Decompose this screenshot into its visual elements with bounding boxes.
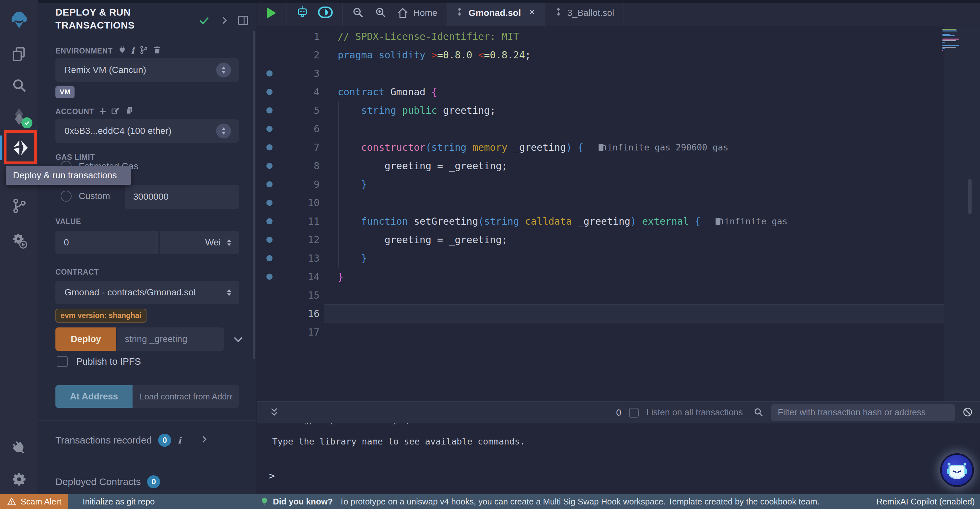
ai-toggle-group	[286, 0, 342, 26]
custom-gas-radio-row[interactable]: Custom	[60, 191, 110, 202]
line-number[interactable]: 13	[257, 252, 320, 264]
line-number[interactable]: 11	[257, 215, 320, 227]
tab-home[interactable]: Home	[397, 7, 438, 19]
at-address-button[interactable]: At Address	[56, 385, 132, 408]
code-line-9[interactable]: 9 }	[257, 175, 980, 193]
listen-all-checkbox[interactable]	[629, 408, 639, 418]
terminal-prompt[interactable]: >	[269, 470, 275, 482]
close-tab-icon[interactable]	[528, 8, 536, 18]
line-number[interactable]: 8	[257, 160, 320, 171]
transactions-recorded-row: Transactions recorded 0 i	[56, 434, 209, 447]
zoom-home-group: Home	[342, 0, 447, 26]
remixai-assistant-button[interactable]	[940, 453, 974, 487]
code-line-14[interactable]: 14}	[257, 268, 980, 286]
plugin-manager-icon[interactable]	[11, 440, 27, 456]
at-address-input[interactable]	[133, 385, 239, 408]
highlight-red-box	[4, 130, 37, 164]
code-line-16[interactable]: 16	[257, 305, 980, 323]
panel-layout-icon[interactable]	[237, 14, 249, 28]
tab-gmonad-sol[interactable]: Gmonad.sol	[447, 0, 546, 26]
custom-gas-input[interactable]	[125, 185, 239, 209]
clear-console-ban-icon[interactable]	[963, 407, 973, 418]
line-number[interactable]: 15	[257, 289, 320, 301]
code-line-12[interactable]: 12 greeting = _greeting;	[257, 230, 980, 249]
transactions-expand-chevron-icon[interactable]	[199, 434, 209, 447]
code-line-3[interactable]: 3	[257, 64, 980, 83]
code-line-5[interactable]: 5 string public greeting;	[257, 101, 980, 120]
connect-plug-icon[interactable]	[118, 46, 126, 56]
fork-state-icon[interactable]	[139, 45, 148, 56]
git-icon[interactable]	[11, 198, 27, 214]
code-line-17[interactable]: 17	[257, 323, 980, 341]
panel-scrollbar[interactable]	[253, 31, 255, 359]
publish-ipfs-checkbox[interactable]	[57, 356, 68, 367]
line-number[interactable]: 6	[257, 123, 320, 134]
line-number[interactable]: 14	[257, 271, 320, 282]
line-number[interactable]: 12	[257, 234, 320, 246]
init-git-repo-button[interactable]: Initialize as git repo	[83, 494, 155, 509]
environment-select[interactable]: Remix VM (Cancun)	[56, 58, 239, 82]
copilot-status[interactable]: RemixAI Copilot (enabled)	[877, 494, 975, 509]
line-number[interactable]: 2	[257, 49, 320, 61]
remixai-robot-icon[interactable]	[296, 5, 309, 21]
file-explorer-icon[interactable]	[11, 46, 27, 62]
code-line-11[interactable]: 11 function setGreeting(string calldata …	[257, 212, 980, 230]
code-line-15[interactable]: 15	[257, 286, 980, 305]
code-line-1[interactable]: 1// SPDX-License-Identifier: MIT	[257, 27, 980, 46]
code-editor[interactable]: 1// SPDX-License-Identifier: MIT2pragma …	[257, 26, 980, 401]
custom-gas-radio[interactable]	[60, 191, 72, 202]
value-input[interactable]	[56, 231, 159, 254]
line-number[interactable]: 7	[257, 142, 320, 153]
account-select[interactable]: 0x5B3...eddC4 (100 ether)	[56, 119, 239, 143]
search-icon[interactable]	[11, 77, 27, 93]
line-number[interactable]: 9	[257, 179, 320, 190]
line-number[interactable]: 5	[257, 105, 320, 116]
line-number[interactable]: 10	[257, 197, 320, 209]
code-line-13[interactable]: 13 }	[257, 249, 980, 268]
code-line-4[interactable]: 4contract Gmonad {	[257, 83, 980, 101]
tip-title: Did you know?	[273, 497, 333, 507]
line-number[interactable]: 4	[257, 86, 320, 97]
panel-check-icon[interactable]	[198, 14, 210, 28]
code-line-10[interactable]: 10	[257, 193, 980, 212]
terminal-search-icon[interactable]	[753, 407, 764, 418]
deploy-button[interactable]: Deploy	[56, 327, 116, 351]
expand-deploy-chevron-icon[interactable]	[232, 333, 245, 347]
panel-pin-chevron-icon[interactable]	[219, 15, 230, 27]
constructor-arg-input[interactable]	[117, 327, 224, 351]
tab-ballot-sol[interactable]: 3_Ballot.sol	[546, 0, 624, 26]
editor-scrollbar-area[interactable]	[944, 26, 980, 401]
settings-gear-icon[interactable]	[11, 471, 27, 487]
transactions-info-icon[interactable]: i	[178, 435, 181, 446]
code-text: string public greeting;	[338, 105, 496, 116]
scrollbar-thumb[interactable]	[968, 179, 972, 214]
contract-select[interactable]: Gmonad - contracts/Gmonad.sol	[56, 281, 239, 304]
line-number[interactable]: 1	[257, 31, 320, 42]
environment-label: ENVIRONMENT	[56, 47, 113, 56]
copilot-toggle-icon[interactable]	[318, 6, 333, 20]
zoom-out-icon[interactable]	[352, 6, 364, 20]
delete-state-trash-icon[interactable]	[153, 45, 162, 56]
zoom-in-icon[interactable]	[374, 6, 387, 20]
line-number[interactable]: 17	[257, 327, 320, 338]
minimap[interactable]	[942, 29, 959, 56]
scam-alert[interactable]: Scam Alert	[0, 494, 68, 509]
run-script-button[interactable]	[257, 0, 286, 26]
line-number[interactable]: 3	[257, 68, 320, 79]
code-line-6[interactable]: 6	[257, 120, 980, 138]
value-unit-select[interactable]: Wei	[159, 231, 239, 254]
code-line-7[interactable]: 7 constructor(string memory _greeting) {…	[257, 138, 980, 156]
code-line-8[interactable]: 8 greeting = _greeting;	[257, 156, 980, 175]
publish-ipfs-row[interactable]: Publish to IPFS	[57, 356, 141, 367]
remix-logo-icon[interactable]	[9, 10, 29, 29]
copy-address-icon[interactable]	[125, 106, 134, 117]
account-label: ACCOUNT	[56, 107, 94, 116]
sign-message-icon[interactable]	[111, 106, 121, 117]
transaction-filter-input[interactable]	[771, 404, 955, 421]
plugin-runner-icon[interactable]	[10, 232, 28, 249]
environment-info-icon[interactable]: i	[131, 46, 135, 56]
add-account-icon[interactable]: +	[99, 108, 106, 115]
terminal-collapse-icon[interactable]	[269, 407, 279, 418]
code-line-2[interactable]: 2pragma solidity >=0.8.0 <=0.8.24;	[257, 46, 980, 64]
line-number[interactable]: 16	[257, 308, 320, 319]
